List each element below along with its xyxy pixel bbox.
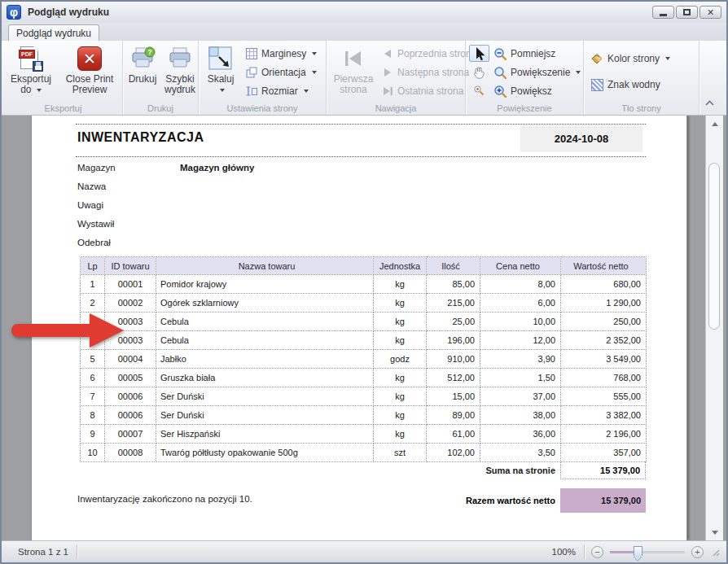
column-header: Cena netto: [480, 257, 561, 275]
magnifier-icon: [493, 66, 507, 80]
zoom-in-icon: [493, 85, 507, 98]
field-row: Wystawił: [77, 214, 254, 233]
table-cell: 7: [81, 387, 105, 406]
close-print-preview-button[interactable]: ✕ Close Print Preview: [58, 43, 121, 100]
table-cell: 89,00: [427, 406, 480, 425]
footer-note: Inwentaryzację zakończono na pozycji 10.: [77, 494, 252, 504]
ribbon-group-page-setup: Skaluj Marginesy Orientacja: [199, 41, 327, 115]
table-cell: 10: [81, 444, 105, 462]
zoom-region-icon: [473, 85, 485, 97]
dropdown-arrow-icon: [576, 71, 581, 74]
table-cell: kg: [374, 275, 427, 294]
table-cell: 1,50: [480, 369, 561, 387]
margins-icon: [245, 47, 258, 60]
dropdown-arrow-icon: [312, 52, 317, 55]
scroll-up-button[interactable]: [708, 117, 721, 130]
resize-grip-icon[interactable]: [710, 547, 720, 557]
table-cell: 38,00: [480, 406, 561, 425]
next-page-icon: [382, 67, 393, 78]
zoom-in-button[interactable]: Powiększ: [493, 83, 552, 99]
document-date: 2024-10-08: [520, 125, 642, 152]
orientation-button[interactable]: Orientacja: [244, 64, 317, 81]
table-cell: 12,00: [480, 331, 561, 350]
close-button[interactable]: ✕: [699, 6, 721, 19]
table-row: 100001Pomidor krajowykg85,008,00680,00: [81, 275, 647, 294]
hand-icon: [472, 66, 486, 79]
group-label-navigation: Nawigacja: [327, 103, 465, 113]
field-label: Uwagi: [77, 200, 180, 210]
total-label: Razem wartość netto: [341, 488, 555, 513]
zoom-in-slider-button[interactable]: +: [691, 546, 704, 558]
zoom-menu-button[interactable]: Powiększenie: [493, 64, 581, 81]
arrow-down-icon: [712, 531, 718, 535]
zoom-region-tool-button[interactable]: [469, 82, 489, 99]
table-cell: Pomidor krajowy: [156, 275, 374, 294]
pointer-tool-button[interactable]: [469, 45, 489, 62]
margins-button[interactable]: Marginesy: [244, 46, 317, 62]
ribbon-group-export: PDF Eksportuj do ✕ Close Print Preview E…: [4, 41, 123, 115]
first-page-icon: [343, 49, 364, 68]
column-header: Wartość netto: [561, 257, 647, 275]
first-page-button[interactable]: Pierwsza strona: [328, 43, 379, 100]
quick-print-button[interactable]: Szybki wydruk: [162, 43, 198, 100]
vertical-scrollbar[interactable]: [705, 116, 723, 540]
annotation-arrow-icon: [11, 311, 127, 350]
zoom-out-button[interactable]: Pomniejsz: [493, 46, 555, 62]
table-cell: kg: [374, 313, 427, 331]
page-sum-value: 15 379,00: [560, 461, 646, 479]
zoom-out-slider-button[interactable]: −: [591, 546, 603, 558]
watermark-button[interactable]: Znak wodny: [590, 77, 660, 93]
printer-question-icon: ?: [129, 46, 156, 71]
table-cell: 3,90: [480, 350, 561, 369]
collapse-ribbon-button[interactable]: [704, 95, 715, 110]
page-color-button[interactable]: Kolor strony: [590, 50, 670, 67]
previous-page-button[interactable]: Poprzednia strona: [380, 46, 476, 62]
zoom-level: 100%: [552, 547, 576, 557]
table-cell: 61,00: [427, 425, 480, 444]
minimize-button[interactable]: [652, 6, 674, 19]
table-cell: 2: [81, 294, 105, 313]
maximize-button[interactable]: [676, 6, 698, 19]
scrollbar-thumb[interactable]: [708, 163, 720, 330]
table-cell: kg: [374, 406, 427, 425]
cursor-icon: [473, 46, 486, 61]
hand-tool-button[interactable]: [469, 63, 489, 81]
table-cell: 680,00: [561, 275, 647, 294]
table-cell: 00002: [105, 294, 156, 313]
table-cell: 10,00: [480, 313, 561, 331]
scale-button[interactable]: Skaluj: [202, 43, 239, 100]
table-cell: 6,00: [480, 294, 561, 313]
table-cell: 2 352,00: [561, 331, 647, 350]
table-cell: 00006: [105, 387, 156, 406]
dropdown-arrow-icon: [37, 89, 42, 92]
table-cell: szt: [374, 444, 427, 462]
tab-print-preview[interactable]: Podgląd wydruku: [8, 24, 99, 41]
group-label-print: Drukuj: [123, 103, 198, 113]
column-header: Ilość: [427, 257, 480, 275]
table-cell: 215,00: [427, 294, 480, 313]
scroll-down-button[interactable]: [708, 526, 721, 539]
next-page-button[interactable]: Następna strona: [380, 64, 469, 81]
print-button[interactable]: ? Drukuj: [125, 43, 160, 100]
document-page: INWENTARYZACJA 2024-10-08 MagazynMagazyn…: [31, 116, 687, 540]
minimize-icon: [660, 14, 667, 16]
dropdown-arrow-icon: [220, 89, 225, 92]
status-bar: Strona 1 z 1 100% − +: [2, 540, 726, 562]
table-cell: 768,00: [561, 369, 647, 387]
scale-icon: [208, 46, 233, 71]
table-cell: 00001: [105, 275, 156, 294]
svg-text:?: ?: [147, 48, 152, 56]
zoom-slider[interactable]: [610, 551, 685, 553]
table-cell: Jabłko: [156, 350, 374, 369]
size-button[interactable]: Rozmiar: [244, 83, 309, 99]
dropdown-arrow-icon: [312, 71, 317, 74]
zoom-slider-thumb[interactable]: [634, 546, 642, 556]
last-page-button[interactable]: Ostatnia strona: [380, 83, 463, 99]
table-cell: 357,00: [561, 444, 647, 462]
size-icon: [245, 85, 258, 98]
table-cell: 8: [81, 406, 105, 425]
table-row: 500004Jabłkogodz910,003,903 549,00: [81, 350, 647, 369]
table-cell: kg: [374, 425, 427, 444]
table-row: 800006Ser Duńskikg89,0038,003 382,00: [81, 406, 647, 425]
export-to-button[interactable]: PDF Eksportuj do: [7, 43, 55, 100]
